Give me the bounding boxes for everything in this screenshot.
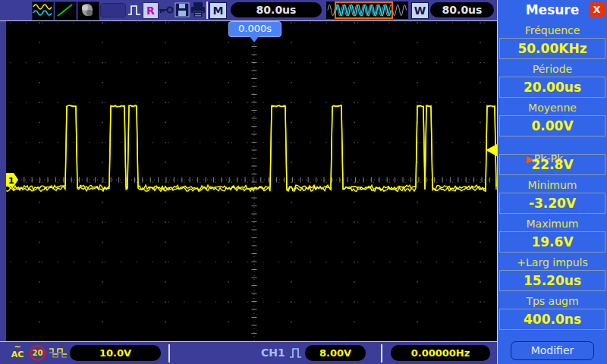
statusbar-separator bbox=[168, 344, 170, 362]
trigger-source-label: CH1 bbox=[261, 347, 285, 359]
measure-item-mean[interactable]: Moyenne 0.00V bbox=[498, 102, 607, 136]
measure-label: Période bbox=[498, 63, 607, 75]
measure-label: Minimum bbox=[498, 179, 607, 191]
empty-slot bbox=[100, 3, 126, 17]
close-icon[interactable]: X bbox=[589, 2, 605, 17]
measure-value: 0.00V bbox=[499, 115, 605, 136]
channel-waveforms-icon[interactable] bbox=[32, 2, 54, 20]
key-lock-icon[interactable] bbox=[158, 4, 175, 17]
measure-label: Fréquence bbox=[498, 24, 607, 36]
measure-item-rise-time[interactable]: Tps augm 400.0ns bbox=[498, 295, 607, 330]
trigger-level-value: 8.00V bbox=[305, 345, 366, 361]
pulse-trigger-icon bbox=[288, 345, 304, 363]
measure-item-period[interactable]: Période 20.00us bbox=[498, 63, 607, 98]
coupling-label: AC bbox=[11, 350, 24, 359]
measure-menu-panel: Mesure X Fréquence 50.00KHz Période 20.0… bbox=[497, 0, 607, 364]
measure-item-pos-width[interactable]: +Larg impuls 15.20us bbox=[498, 256, 607, 291]
delay-marker-pointer-icon bbox=[250, 36, 259, 47]
print-icon[interactable] bbox=[190, 2, 206, 18]
main-timebase-indicator: M bbox=[209, 2, 227, 19]
record-button[interactable]: R bbox=[143, 2, 159, 19]
graticule-display: 1 0.000s bbox=[6, 21, 497, 341]
statusbar-separator bbox=[381, 344, 382, 362]
ramp-signal-icon[interactable] bbox=[55, 2, 77, 20]
measure-label: ▶Pk-Pk bbox=[498, 140, 607, 152]
oscilloscope-screen: R M bbox=[0, 0, 607, 364]
noise-signal-icon[interactable] bbox=[77, 2, 99, 20]
measure-value: 400.0ns bbox=[499, 309, 605, 330]
top-toolbar: R M bbox=[0, 0, 497, 21]
toolbar-separator bbox=[206, 2, 208, 19]
status-bar: ~ AC 20 10.0V CH1 8.00V 0.00000Hz bbox=[0, 341, 497, 364]
svg-text:1: 1 bbox=[8, 176, 14, 186]
coupling-ac-icon: ~ AC bbox=[8, 344, 27, 359]
modify-button[interactable]: Modifier bbox=[511, 341, 594, 360]
ch1-volts-per-div: 10.0V bbox=[70, 345, 161, 361]
measure-value: 20.00us bbox=[499, 77, 605, 98]
pulse-mode-icon[interactable] bbox=[127, 2, 141, 18]
measure-item-maximum[interactable]: Maximum 19.6V bbox=[498, 218, 607, 253]
trigger-window-preview bbox=[326, 2, 408, 19]
trigger-frequency-value: 0.00000Hz bbox=[391, 345, 490, 361]
measure-label: +Larg impuls bbox=[498, 256, 607, 268]
inverted-waveform-icon bbox=[49, 346, 68, 362]
measure-label: Moyenne bbox=[498, 102, 607, 114]
measure-value: -3.20V bbox=[499, 193, 605, 214]
measure-value: 15.20us bbox=[499, 270, 605, 291]
waveform-plot: 1 bbox=[6, 21, 497, 341]
save-icon[interactable] bbox=[174, 2, 190, 18]
measure-label: Maximum bbox=[498, 218, 607, 230]
window-timebase-indicator: W bbox=[411, 2, 429, 19]
window-timebase-value: 80.0us bbox=[430, 2, 494, 17]
measure-value: 50.00KHz bbox=[499, 38, 605, 59]
main-timebase-value: 80.0us bbox=[231, 2, 322, 17]
bandwidth-limit-badge: 20 bbox=[30, 345, 46, 361]
measure-item-frequency[interactable]: Fréquence 50.00KHz bbox=[498, 24, 607, 59]
measure-label: Tps augm bbox=[498, 295, 607, 307]
horizontal-delay-marker: 0.000s bbox=[228, 21, 281, 37]
measure-value: 19.6V bbox=[499, 231, 605, 253]
measure-item-minimum[interactable]: Minimum -3.20V bbox=[498, 179, 607, 214]
measure-item-pkpk[interactable]: ▶Pk-Pk 22.8V bbox=[498, 140, 607, 175]
